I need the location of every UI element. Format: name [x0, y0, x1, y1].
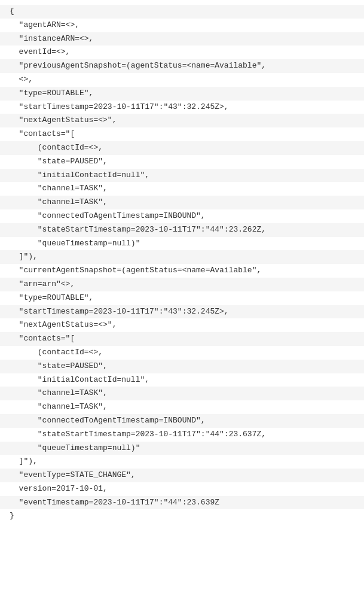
code-line: version=2017-10-01, [0, 482, 364, 496]
code-line: "startTimestamp=2023-10-11T17":"43":32.2… [0, 305, 364, 319]
code-line: "channel=TASK", [0, 196, 364, 209]
code-line: { [0, 5, 364, 19]
code-line: eventId=<>, [0, 45, 364, 59]
code-line: "previousAgentSnapshot=(agentStatus=<nam… [0, 59, 364, 73]
code-line: "connectedToAgentTimestamp=INBOUND", [0, 209, 364, 223]
code-line: ]"), [0, 250, 364, 264]
code-line: "channel=TASK", [0, 400, 364, 414]
code-line: "type=ROUTABLE", [0, 87, 364, 101]
code-line: "stateStartTimestamp=2023-10-11T17":"44"… [0, 223, 364, 237]
code-line: "state=PAUSED", [0, 360, 364, 373]
code-line: } [0, 509, 364, 523]
code-line: "queueTimestamp=null)" [0, 442, 364, 455]
code-line: "arn=arn"<>, [0, 278, 364, 291]
code-line: "stateStartTimestamp=2023-10-11T17":"44"… [0, 428, 364, 442]
code-line: "instanceARN=<>, [0, 32, 364, 46]
code-line: ]"), [0, 455, 364, 469]
code-line: "nextAgentStatus=<>", [0, 114, 364, 127]
code-line: "eventType=STATE_CHANGE", [0, 469, 364, 482]
code-block: { "agentARN=<>, "instanceARN=<>, eventId… [0, 0, 364, 528]
code-line: "connectedToAgentTimestamp=INBOUND", [0, 414, 364, 428]
code-line: <>, [0, 73, 364, 87]
code-line: "nextAgentStatus=<>", [0, 318, 364, 332]
code-line: "contacts="[ [0, 127, 364, 141]
code-line: (contactId=<>, [0, 346, 364, 360]
code-line: "channel=TASK", [0, 387, 364, 400]
code-line: "channel=TASK", [0, 182, 364, 196]
code-line: "initialContactId=null", [0, 373, 364, 387]
code-line: "queueTimestamp=null)" [0, 237, 364, 251]
code-line: "state=PAUSED", [0, 155, 364, 169]
code-line: "type=ROUTABLE", [0, 291, 364, 305]
code-line: "initialContactId=null", [0, 169, 364, 183]
code-line: "startTimestamp=2023-10-11T17":"43":32.2… [0, 101, 364, 114]
code-line: "currentAgentSnapshot=(agentStatus=<name… [0, 264, 364, 278]
code-line: "agentARN=<>, [0, 19, 364, 32]
code-line: "eventTimestamp=2023-10-11T17":"44":23.6… [0, 496, 364, 510]
code-line: (contactId=<>, [0, 141, 364, 155]
code-line: "contacts="[ [0, 332, 364, 346]
